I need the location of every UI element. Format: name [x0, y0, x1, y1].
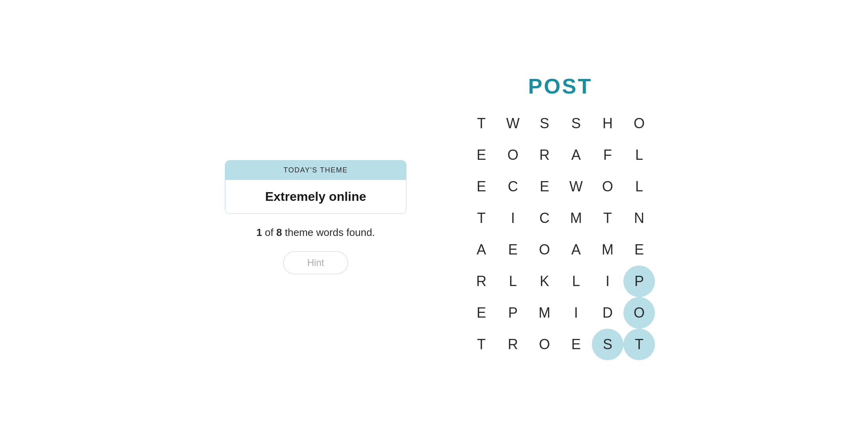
grid-cell[interactable]: H — [592, 108, 623, 139]
grid-cell[interactable]: O — [497, 139, 529, 171]
grid-cell[interactable]: E — [497, 234, 529, 266]
words-found-of: of — [265, 226, 276, 238]
grid-cell[interactable]: S — [592, 329, 623, 360]
grid-cell[interactable]: N — [623, 202, 655, 234]
grid-cell[interactable]: F — [592, 139, 623, 171]
grid-cell[interactable]: L — [497, 266, 529, 297]
grid-cell[interactable]: A — [560, 234, 592, 266]
game-title: POST — [528, 74, 592, 98]
grid-cell[interactable]: D — [592, 297, 623, 329]
grid-cell[interactable]: K — [529, 266, 560, 297]
theme-header: TODAY'S THEME — [225, 161, 406, 180]
grid-cell[interactable]: P — [623, 266, 655, 297]
grid-cell[interactable]: T — [466, 202, 497, 234]
left-panel: TODAY'S THEME Extremely online 1 of 8 th… — [213, 160, 418, 274]
grid-cell[interactable]: M — [592, 234, 623, 266]
grid-cell[interactable]: O — [623, 297, 655, 329]
grid-cell[interactable]: I — [592, 266, 623, 297]
main-container: TODAY'S THEME Extremely online 1 of 8 th… — [0, 0, 868, 434]
grid-cell[interactable]: E — [623, 234, 655, 266]
grid-cell[interactable]: T — [623, 329, 655, 360]
grid-cell[interactable]: L — [623, 139, 655, 171]
grid-cell[interactable]: O — [623, 108, 655, 139]
grid-cell[interactable]: A — [560, 139, 592, 171]
grid-cell[interactable]: E — [466, 139, 497, 171]
grid-cell[interactable]: O — [592, 171, 623, 202]
grid-cell[interactable]: L — [560, 266, 592, 297]
grid-cell[interactable]: S — [560, 108, 592, 139]
grid-cell[interactable]: E — [466, 171, 497, 202]
grid-cell[interactable]: T — [466, 329, 497, 360]
right-panel: POST TWSSHOEORAFLECEWOLTICMTNAEOAMERLKLI… — [466, 74, 655, 360]
words-found-current: 1 — [256, 226, 262, 238]
grid-cell[interactable]: O — [529, 329, 560, 360]
grid-cell[interactable]: M — [560, 202, 592, 234]
grid-cell[interactable]: E — [560, 329, 592, 360]
grid-cell[interactable]: C — [529, 202, 560, 234]
grid-cell[interactable]: S — [529, 108, 560, 139]
grid-cell[interactable]: A — [466, 234, 497, 266]
grid-cell[interactable]: C — [497, 171, 529, 202]
grid-cell[interactable]: I — [497, 202, 529, 234]
grid-cell[interactable]: R — [466, 266, 497, 297]
grid-cell[interactable]: L — [623, 171, 655, 202]
grid-cell[interactable]: P — [497, 297, 529, 329]
grid-cell[interactable]: E — [529, 171, 560, 202]
grid-cell[interactable]: T — [466, 108, 497, 139]
grid-wrapper: TWSSHOEORAFLECEWOLTICMTNAEOAMERLKLIPEPMI… — [466, 108, 655, 360]
grid-cell[interactable]: M — [529, 297, 560, 329]
letter-grid: TWSSHOEORAFLECEWOLTICMTNAEOAMERLKLIPEPMI… — [466, 108, 655, 360]
grid-cell[interactable]: O — [529, 234, 560, 266]
theme-card: TODAY'S THEME Extremely online — [225, 160, 406, 214]
words-found-suffix: theme words found. — [285, 226, 375, 238]
grid-cell[interactable]: R — [497, 329, 529, 360]
grid-cell[interactable]: T — [592, 202, 623, 234]
theme-value: Extremely online — [225, 180, 406, 213]
grid-cell[interactable]: R — [529, 139, 560, 171]
grid-cell[interactable]: E — [466, 297, 497, 329]
words-found-text: 1 of 8 theme words found. — [256, 226, 375, 239]
grid-cell[interactable]: W — [560, 171, 592, 202]
grid-cell[interactable]: I — [560, 297, 592, 329]
grid-cell[interactable]: W — [497, 108, 529, 139]
hint-button[interactable]: Hint — [283, 251, 348, 274]
words-found-total: 8 — [276, 226, 282, 238]
